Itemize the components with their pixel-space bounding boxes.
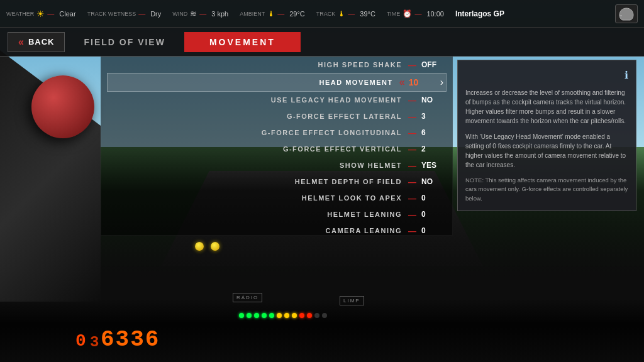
wind-icon: ≋ xyxy=(190,9,197,18)
setting-name-helmet-leaning: HELMET LEANING xyxy=(251,211,402,218)
time-label: TIME xyxy=(387,11,401,17)
led-10 xyxy=(307,313,312,318)
setting-name-camera-leaning: CAMERA LEANING xyxy=(251,227,402,234)
setting-value-helmet-leaning: 0 xyxy=(421,210,447,219)
setting-value-head-movement: 10 xyxy=(409,77,434,87)
time-value: 10:00 xyxy=(426,10,444,18)
setting-value-use-legacy: NO xyxy=(421,96,447,104)
thermometer-icon-2: 🌡 xyxy=(338,9,345,18)
settings-panel: HIGH SPEED SHAKE — OFF HEAD MOVEMENT « 1… xyxy=(107,57,447,239)
weather-label: WEATHER xyxy=(6,11,34,17)
setting-row-helmet-dof: HELMET DEPTH OF FIELD — NO xyxy=(107,173,447,190)
setting-value-helmet-apex: 0 xyxy=(421,194,447,202)
track-temp-item: TRACK 🌡 — 39°C xyxy=(316,9,375,18)
setting-value-show-helmet: YES xyxy=(421,161,447,170)
setting-row-gforce-vertical: G-FORCE EFFECT VERTICAL — 2 xyxy=(107,141,447,157)
dash-6: — xyxy=(408,161,416,170)
thermometer-icon-1: 🌡 xyxy=(267,9,275,18)
limp-label: LIMP xyxy=(340,296,364,305)
back-button[interactable]: « BACK xyxy=(8,32,65,52)
setting-row-head-movement[interactable]: HEAD MOVEMENT « 10 › xyxy=(107,73,447,92)
right-arrow-icon[interactable]: › xyxy=(440,77,443,88)
secondary-number: 3 xyxy=(90,334,99,351)
led-1 xyxy=(239,313,244,318)
dash-2: — xyxy=(408,96,416,105)
track-temp-value: 39°C xyxy=(360,10,375,18)
led-5 xyxy=(269,313,274,318)
dash-7: — xyxy=(408,177,416,187)
led-6 xyxy=(277,313,282,318)
wind-item: WIND ≋ — 3 kph xyxy=(172,9,228,18)
setting-value-gforce-vertical: 2 xyxy=(421,145,447,153)
weather-icon: ☀ xyxy=(36,9,45,19)
weather-value: Clear xyxy=(59,10,75,18)
dash-3: — xyxy=(408,112,416,121)
track-name-item: Interlagos GP xyxy=(455,9,504,18)
setting-name-gforce-lateral: G-FORCE EFFECT LATERAL xyxy=(251,112,402,120)
led-11 xyxy=(314,313,319,318)
setting-row-use-legacy: USE LEGACY HEAD MOVEMENT — NO xyxy=(107,92,447,108)
setting-row-gforce-longitudinal: G-FORCE EFFECT LONGITUDINAL — 6 xyxy=(107,124,447,141)
setting-value-helmet-dof: NO xyxy=(421,177,447,186)
led-4 xyxy=(262,313,267,318)
back-label: BACK xyxy=(28,37,55,47)
gear-display: 0 xyxy=(75,331,86,351)
setting-row-helmet-leaning: HELMET LEANING — 0 xyxy=(107,206,447,222)
setting-value-high-speed-shake: OFF xyxy=(421,60,447,69)
setting-row-gforce-lateral: G-FORCE EFFECT LATERAL — 3 xyxy=(107,108,447,124)
wind-label: WIND xyxy=(172,11,187,17)
dash-4: — xyxy=(408,128,416,138)
dash-9: — xyxy=(408,210,416,219)
setting-name-helmet-apex: HELMET LOOK TO APEX xyxy=(251,194,402,202)
led-12 xyxy=(322,313,327,318)
left-arrow-icon: « xyxy=(399,77,405,88)
ambient-item: AMBIENT 🌡 — 29°C xyxy=(240,9,305,18)
setting-name-gforce-longitudinal: G-FORCE EFFECT LONGITUDINAL xyxy=(251,129,402,136)
fov-tab[interactable]: FIELD OF VIEW xyxy=(84,37,165,47)
dash-0: — xyxy=(408,60,416,70)
info-panel: ℹ Increases or decrease the level of smo… xyxy=(457,60,636,211)
radio-label: RÁDIO xyxy=(233,293,262,302)
led-7 xyxy=(284,313,289,318)
track-wetness-value: Dry xyxy=(150,10,161,18)
setting-value-gforce-longitudinal: 6 xyxy=(421,128,447,137)
helmet-icon xyxy=(615,4,638,23)
dash-8: — xyxy=(408,194,416,203)
back-arrow-icon: « xyxy=(18,36,25,48)
setting-row-camera-leaning: CAMERA LEANING — 0 xyxy=(107,222,447,239)
setting-row-show-helmet: SHOW HELMET — YES xyxy=(107,157,447,173)
speed-display: 6336 xyxy=(101,327,160,353)
setting-name-use-legacy: USE LEGACY HEAD MOVEMENT xyxy=(251,96,402,104)
bottom-hud xyxy=(0,299,644,362)
track-name: Interlagos GP xyxy=(455,9,504,18)
info-paragraph-2: With 'Use Legacy Head Movement' mode ena… xyxy=(465,132,628,170)
clock-icon: ⏰ xyxy=(402,9,412,18)
dash-10: — xyxy=(408,226,416,236)
wind-value: 3 kph xyxy=(211,10,228,18)
led-2 xyxy=(247,313,252,318)
ambient-value: 29°C xyxy=(289,10,305,18)
track-wetness-item: TRACK WETNESS — Dry xyxy=(87,10,162,18)
time-item: TIME ⏰ — 10:00 xyxy=(387,9,444,18)
weather-item: WEATHER ☀ — Clear xyxy=(6,9,76,19)
dash-5: — xyxy=(408,145,416,154)
setting-value-gforce-lateral: 3 xyxy=(421,112,447,121)
setting-row-helmet-apex: HELMET LOOK TO APEX — 0 xyxy=(107,190,447,206)
led-8 xyxy=(292,313,297,318)
status-bar: WEATHER ☀ — Clear TRACK WETNESS — Dry WI… xyxy=(0,0,644,28)
movement-tab[interactable]: MOVEMENT xyxy=(184,32,301,52)
led-9 xyxy=(299,313,304,318)
dash-dot-1 xyxy=(195,242,204,251)
setting-name-helmet-dof: HELMET DEPTH OF FIELD xyxy=(251,178,402,185)
setting-name-head-movement: HEAD MOVEMENT xyxy=(242,79,393,86)
ambient-label: AMBIENT xyxy=(240,11,265,17)
setting-value-camera-leaning: 0 xyxy=(421,226,447,235)
track-wetness-label: TRACK WETNESS xyxy=(87,11,136,17)
led-3 xyxy=(254,313,259,318)
setting-name-gforce-vertical: G-FORCE EFFECT VERTICAL xyxy=(251,145,402,153)
dash-dot-2 xyxy=(211,242,219,251)
helmet-visual xyxy=(31,75,94,138)
info-icon: ℹ xyxy=(465,68,628,83)
info-paragraph-1: Increases or decrease the level of smoot… xyxy=(465,88,628,126)
track-temp-label: TRACK xyxy=(316,11,336,17)
